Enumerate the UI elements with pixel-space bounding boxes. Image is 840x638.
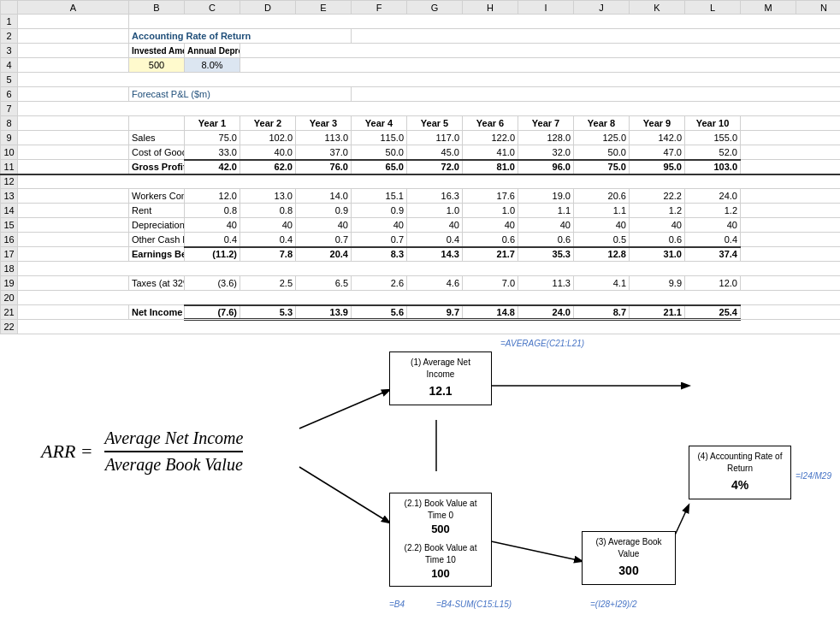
row-1: 1 bbox=[1, 15, 18, 29]
other-cash-label: Other Cash Expenses bbox=[129, 233, 185, 247]
gp-y5: 72.0 bbox=[407, 160, 463, 174]
depr-y9: 40 bbox=[630, 218, 685, 233]
gp-y9: 95.0 bbox=[630, 160, 685, 174]
row-7: 7 bbox=[1, 102, 18, 116]
box3-average-book-value: (3) Average Book Value 300 bbox=[582, 531, 676, 585]
oc-y2: 0.4 bbox=[240, 233, 296, 247]
col-header-c[interactable]: C bbox=[185, 1, 240, 15]
tax-y3: 6.5 bbox=[296, 276, 352, 291]
col-header-n[interactable]: N bbox=[796, 1, 841, 15]
ni-y9: 21.1 bbox=[630, 305, 685, 320]
col-header-i[interactable]: I bbox=[518, 1, 574, 15]
rent-y8: 1.1 bbox=[574, 204, 630, 218]
row-8: 8 bbox=[1, 116, 18, 131]
depr-y3: 40 bbox=[296, 218, 352, 233]
rent-y9: 1.2 bbox=[630, 204, 685, 218]
box22-formula: =B4-SUM(C15:L15) bbox=[436, 600, 512, 609]
gross-profit-label: Gross Profit bbox=[129, 160, 185, 174]
row-20: 20 bbox=[1, 291, 18, 305]
ni-y10: 25.4 bbox=[685, 305, 741, 320]
page-title: Accounting Rate of Return bbox=[129, 29, 352, 44]
row-19: 19 bbox=[1, 276, 18, 291]
cogs-y9: 47.0 bbox=[630, 145, 685, 160]
rent-label: Rent bbox=[129, 204, 185, 218]
ni-y5: 9.7 bbox=[407, 305, 463, 320]
invested-amount-label: Invested Amount ($m) bbox=[129, 44, 185, 58]
oc-y6: 0.6 bbox=[463, 233, 518, 247]
year-6-header: Year 6 bbox=[463, 116, 518, 131]
col-header-d[interactable]: D bbox=[240, 1, 296, 15]
oc-y8: 0.5 bbox=[574, 233, 630, 247]
depr-y10: 40 bbox=[685, 218, 741, 233]
gp-y6: 81.0 bbox=[463, 160, 518, 174]
col-header-l[interactable]: L bbox=[685, 1, 741, 15]
col-header-k[interactable]: K bbox=[630, 1, 685, 15]
wc-y10: 24.0 bbox=[685, 189, 741, 204]
sales-y10: 155.0 bbox=[685, 131, 741, 145]
row-12: 12 bbox=[1, 174, 18, 189]
year-5-header: Year 5 bbox=[407, 116, 463, 131]
col-header-h[interactable]: H bbox=[463, 1, 518, 15]
oc-y10: 0.4 bbox=[685, 233, 741, 247]
depr-y2: 40 bbox=[240, 218, 296, 233]
oc-y3: 0.7 bbox=[296, 233, 352, 247]
gp-y1: 42.0 bbox=[185, 160, 240, 174]
wc-y6: 17.6 bbox=[463, 189, 518, 204]
svg-line-4 bbox=[483, 540, 582, 561]
ebt-y1: (11.2) bbox=[185, 247, 240, 262]
col-header-f[interactable]: F bbox=[352, 1, 407, 15]
annual-depreciation-input[interactable]: 8.0% bbox=[185, 58, 240, 73]
col-header-a[interactable]: A bbox=[18, 1, 129, 15]
cogs-y7: 32.0 bbox=[518, 145, 574, 160]
row-15: 15 bbox=[1, 218, 18, 233]
box22-value: 100 bbox=[397, 566, 484, 582]
tax-y4: 2.6 bbox=[352, 276, 407, 291]
ni-y2: 5.3 bbox=[240, 305, 296, 320]
row-21: 21 bbox=[1, 305, 18, 320]
row-16: 16 bbox=[1, 233, 18, 247]
row-18: 18 bbox=[1, 262, 18, 276]
ebt-y9: 31.0 bbox=[630, 247, 685, 262]
cogs-y5: 45.0 bbox=[407, 145, 463, 160]
box3-formula: =(I28+I29)/2 bbox=[590, 600, 636, 609]
col-header-corner bbox=[1, 1, 18, 15]
year-3-header: Year 3 bbox=[296, 116, 352, 131]
tax-y6: 7.0 bbox=[463, 276, 518, 291]
arr-numerator: Average Net Income bbox=[104, 428, 243, 452]
rent-y5: 1.0 bbox=[407, 204, 463, 218]
sales-y3: 113.0 bbox=[296, 131, 352, 145]
row-3: 3 bbox=[1, 44, 18, 58]
svg-line-2 bbox=[299, 390, 389, 428]
ni-y1: (7.6) bbox=[185, 305, 240, 320]
col-header-m[interactable]: M bbox=[741, 1, 796, 15]
depr-y7: 40 bbox=[518, 218, 574, 233]
diagram-area: ARR = Average Net Income Average Book Va… bbox=[0, 334, 840, 638]
ebt-y7: 35.3 bbox=[518, 247, 574, 262]
col-header-g[interactable]: G bbox=[407, 1, 463, 15]
year-4-header: Year 4 bbox=[352, 116, 407, 131]
tax-y2: 2.5 bbox=[240, 276, 296, 291]
row-14: 14 bbox=[1, 204, 18, 218]
cogs-y1: 33.0 bbox=[185, 145, 240, 160]
sales-y1: 75.0 bbox=[185, 131, 240, 145]
sales-y6: 122.0 bbox=[463, 131, 518, 145]
gp-y8: 75.0 bbox=[574, 160, 630, 174]
wc-y2: 13.0 bbox=[240, 189, 296, 204]
oc-y5: 0.4 bbox=[407, 233, 463, 247]
col-header-e[interactable]: E bbox=[296, 1, 352, 15]
workers-comp-label: Workers Compensatio bbox=[129, 189, 185, 204]
row-6: 6 bbox=[1, 87, 18, 102]
oc-y9: 0.6 bbox=[630, 233, 685, 247]
rent-y6: 1.0 bbox=[463, 204, 518, 218]
box22-title: (2.2) Book Value at Time 10 bbox=[397, 542, 484, 566]
row-17: 17 bbox=[1, 247, 18, 262]
spreadsheet-table: A B C D E F G H I J K L M N O 1 2 Accoun… bbox=[0, 0, 840, 334]
sales-y9: 142.0 bbox=[630, 131, 685, 145]
cogs-y3: 37.0 bbox=[296, 145, 352, 160]
col-header-b[interactable]: B bbox=[129, 1, 185, 15]
invested-amount-input[interactable]: 500 bbox=[129, 58, 185, 73]
col-header-j[interactable]: J bbox=[574, 1, 630, 15]
ni-y3: 13.9 bbox=[296, 305, 352, 320]
gp-y2: 62.0 bbox=[240, 160, 296, 174]
year-2-header: Year 2 bbox=[240, 116, 296, 131]
